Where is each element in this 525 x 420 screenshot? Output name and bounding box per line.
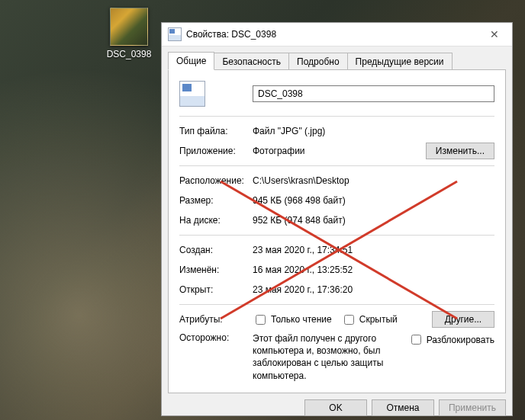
checkbox-unblock[interactable]: Разблокировать: [408, 332, 494, 347]
label-modified: Изменён:: [179, 265, 253, 275]
tab-panel-general: Тип файла: Файл "JPG" (.jpg) Приложение:…: [168, 69, 506, 393]
value-modified: 16 мая 2020 г., 13:25:52: [253, 265, 494, 275]
ok-button[interactable]: OK: [304, 399, 367, 416]
label-type: Тип файла:: [179, 126, 253, 136]
checkbox-hidden-label: Скрытый: [359, 314, 398, 325]
value-accessed: 23 мая 2020 г., 17:36:20: [253, 284, 494, 295]
tab-details[interactable]: Подробно: [288, 53, 348, 70]
label-location: Расположение:: [179, 175, 253, 186]
other-attributes-button[interactable]: Другие...: [432, 311, 494, 328]
label-size: Размер:: [179, 195, 253, 206]
filename-input[interactable]: [253, 85, 494, 102]
label-warning: Осторожно:: [179, 332, 253, 343]
checkbox-unblock-label: Разблокировать: [427, 335, 494, 345]
checkbox-readonly-input[interactable]: [256, 315, 266, 325]
window-title: Свойства: DSC_0398: [186, 29, 477, 40]
titlebar[interactable]: Свойства: DSC_0398 ✕: [162, 23, 512, 46]
checkbox-readonly-label: Только чтение: [271, 314, 332, 325]
value-app: Фотографии: [253, 146, 426, 156]
checkbox-hidden-input[interactable]: [344, 315, 354, 325]
value-on-disk: 952 КБ (974 848 байт): [253, 215, 494, 226]
checkbox-hidden[interactable]: Скрытый: [341, 313, 398, 327]
tab-previous-versions[interactable]: Предыдущие версии: [347, 53, 453, 70]
separator: [179, 235, 494, 236]
label-app: Приложение:: [179, 146, 253, 156]
separator: [179, 304, 494, 305]
file-icon: [168, 27, 182, 41]
value-location: C:\Users\krasn\Desktop: [253, 175, 494, 186]
separator: [179, 116, 494, 117]
apply-button[interactable]: Применить: [439, 399, 506, 416]
checkbox-unblock-input[interactable]: [411, 335, 421, 345]
file-type-icon: [179, 81, 205, 107]
value-size: 945 КБ (968 498 байт): [253, 195, 494, 206]
desktop-file-label: DSC_0398: [102, 49, 156, 59]
label-attributes: Атрибуты:: [179, 314, 253, 325]
tab-general[interactable]: Общие: [168, 52, 214, 70]
file-thumbnail-icon: [110, 8, 148, 46]
close-button[interactable]: ✕: [477, 23, 512, 46]
value-type: Файл "JPG" (.jpg): [253, 126, 494, 136]
cancel-button[interactable]: Отмена: [372, 399, 434, 416]
label-created: Создан:: [179, 245, 253, 255]
label-on-disk: На диске:: [179, 215, 253, 226]
tab-security[interactable]: Безопасность: [214, 53, 289, 70]
dialog-footer: OK Отмена Применить: [162, 399, 512, 420]
checkbox-readonly[interactable]: Только чтение: [253, 313, 332, 327]
value-warning: Этот файл получен с другого компьютера и…: [253, 332, 408, 382]
change-app-button[interactable]: Изменить...: [426, 143, 494, 159]
separator: [179, 165, 494, 166]
desktop-file-icon[interactable]: DSC_0398: [102, 8, 156, 59]
label-accessed: Открыт:: [179, 284, 253, 295]
tabstrip: Общие Безопасность Подробно Предыдущие в…: [162, 46, 512, 69]
properties-dialog: Свойства: DSC_0398 ✕ Общие Безопасность …: [161, 22, 513, 416]
value-created: 23 мая 2020 г., 17:34:51: [253, 245, 494, 255]
